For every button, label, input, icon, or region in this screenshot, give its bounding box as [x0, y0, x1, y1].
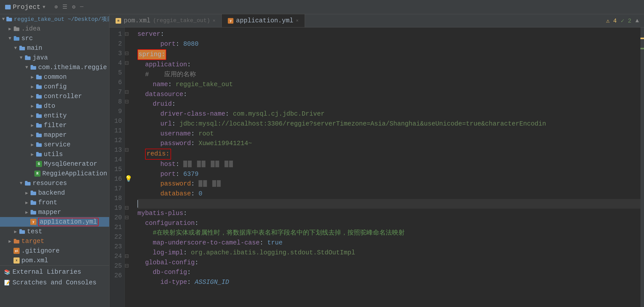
folder-icon-main	[19, 45, 25, 51]
sidebar-item-resources[interactable]: resources	[0, 178, 109, 188]
arrow-java	[19, 55, 23, 60]
fold-20[interactable]: ⊟	[125, 213, 132, 223]
svg-rect-19	[36, 104, 39, 105]
svg-rect-33	[31, 191, 33, 192]
sidebar-item-controller[interactable]: controller	[0, 91, 109, 101]
fold-19[interactable]: ⊟	[125, 203, 132, 213]
svg-rect-3	[14, 26, 16, 28]
sidebar-item-front[interactable]: front	[0, 198, 109, 207]
code-line-15: port: 6379	[137, 170, 640, 179]
entity-label: entity	[44, 112, 67, 119]
sidebar-item-com[interactable]: com.itheima.reggie	[0, 63, 109, 72]
code-line-26: id-type: ASSIGN_ID	[137, 278, 640, 287]
folder-icon-filter	[36, 122, 42, 129]
structure-icon[interactable]: ☰	[62, 4, 67, 10]
tab-application-yml[interactable]: y application.yml ×	[222, 14, 305, 27]
code-line-1: server:	[137, 29, 640, 39]
svg-rect-22	[36, 124, 42, 128]
lightbulb-icon[interactable]: 💡	[125, 174, 132, 184]
svg-rect-10	[31, 66, 36, 70]
fold-25[interactable]: ⊟	[125, 261, 132, 271]
code-area[interactable]: server: port: 8080 spring: application:	[132, 27, 640, 307]
scrollbar-right[interactable]	[640, 27, 644, 307]
project-folder-icon	[5, 5, 11, 9]
sidebar-item-target[interactable]: target	[0, 236, 109, 246]
minimize-icon[interactable]: —	[80, 4, 83, 10]
arrow-test	[13, 229, 18, 234]
external-libraries-item[interactable]: 📚 External Libraries	[0, 267, 109, 277]
code-line-20: configuration:	[137, 219, 640, 228]
yaml-tab-icon: y	[228, 18, 233, 24]
new-window-icon[interactable]: ⊕	[54, 4, 58, 10]
yaml-key-password: password	[137, 139, 191, 149]
folder-icon-com	[30, 64, 37, 71]
sidebar-item-filter[interactable]: filter	[0, 120, 109, 130]
yaml-key-database: database	[137, 189, 191, 199]
gitignore-label: .gitignore	[21, 247, 60, 255]
sidebar-item-pom[interactable]: x pom.xml	[0, 256, 109, 265]
scratches-icon: 📝	[4, 280, 10, 286]
sidebar-item-test[interactable]: test	[0, 227, 109, 236]
sidebar-item-common[interactable]: common	[0, 72, 109, 82]
sidebar-item-mysql-gen[interactable]: G MysqlGenerator	[0, 159, 109, 169]
svg-rect-0	[6, 18, 12, 21]
java-label: java	[33, 54, 48, 62]
config-label: config	[44, 83, 67, 90]
fold-7[interactable]: ⊟	[125, 87, 132, 97]
sidebar-item-main[interactable]: main	[0, 43, 109, 53]
svg-rect-2	[14, 27, 19, 31]
pom-tab-close[interactable]: ×	[213, 18, 215, 23]
code-line-25: db-config:	[137, 268, 640, 278]
gutter-23	[125, 242, 132, 252]
settings-icon[interactable]: ⚙	[72, 4, 75, 10]
sidebar-item-java[interactable]: java	[0, 53, 109, 63]
gutter-12	[125, 136, 132, 145]
folder-icon-entity	[36, 112, 42, 119]
sidebar-item-config[interactable]: config	[0, 82, 109, 91]
reggie-app-label: ReggieApplication	[42, 170, 107, 177]
sidebar-item-src[interactable]: src	[0, 34, 109, 43]
fold-8[interactable]: ⊟	[125, 97, 132, 107]
yaml-key-redis-port: port	[137, 170, 176, 179]
scrollbar-ok-marker	[640, 48, 644, 49]
sidebar-item-reggie-app[interactable]: R ReggieApplication	[0, 169, 109, 178]
fold-13[interactable]: ⊟	[125, 145, 132, 155]
tab-pom-xml[interactable]: m pom.xml (reggie_take_out) ×	[109, 14, 222, 27]
arrow-service	[30, 142, 35, 147]
yaml-key-name: name	[137, 80, 168, 90]
scrollbar-warning-marker	[640, 38, 644, 39]
folder-icon-mapper	[36, 132, 42, 138]
project-title[interactable]: Project ▼	[5, 3, 45, 11]
folder-icon-resources	[24, 180, 31, 187]
sidebar-item-dto[interactable]: dto	[0, 101, 109, 111]
svg-rect-41	[14, 239, 16, 240]
folder-icon-backend	[30, 190, 37, 196]
sidebar-item-backend[interactable]: backend	[0, 188, 109, 198]
sidebar-item-service[interactable]: service	[0, 140, 109, 149]
dropdown-arrow[interactable]: ▼	[43, 5, 45, 10]
code-line-13: redis:	[137, 149, 640, 160]
yaml-tab-close[interactable]: ×	[296, 18, 299, 23]
svg-rect-39	[19, 229, 22, 231]
code-line-22: map-underscore-to-camel-case: true	[137, 238, 640, 248]
code-line-7: datasource:	[137, 90, 640, 100]
sidebar-item-root[interactable]: reggie_take_out ~/Desktop/项目/reggie_take…	[0, 14, 109, 24]
fold-24[interactable]: ⊟	[125, 252, 132, 261]
arrow-root	[2, 17, 5, 21]
sidebar-item-entity[interactable]: entity	[0, 111, 109, 120]
arrow-common	[30, 75, 35, 79]
svg-rect-17	[36, 94, 39, 96]
scratches-item[interactable]: 📝 Scratches and Consoles	[0, 277, 109, 288]
fold-3[interactable]: ⊟	[125, 49, 132, 58]
sidebar-item-app-yml[interactable]: y application.yml	[0, 217, 109, 227]
sidebar-item-mapper[interactable]: mapper	[0, 130, 109, 140]
sidebar-item-idea[interactable]: .idea	[0, 24, 109, 34]
fold-1[interactable]: ⊟	[125, 29, 132, 39]
collapse-icon[interactable]: ▲	[635, 18, 639, 24]
svg-rect-32	[31, 192, 36, 195]
svg-rect-4	[14, 37, 19, 41]
fold-4[interactable]: ⊟	[125, 58, 132, 68]
sidebar-item-utils[interactable]: utils	[0, 149, 109, 159]
sidebar-item-gitignore[interactable]: gi .gitignore	[0, 246, 109, 256]
sidebar-item-mapper2[interactable]: mapper	[0, 207, 109, 217]
